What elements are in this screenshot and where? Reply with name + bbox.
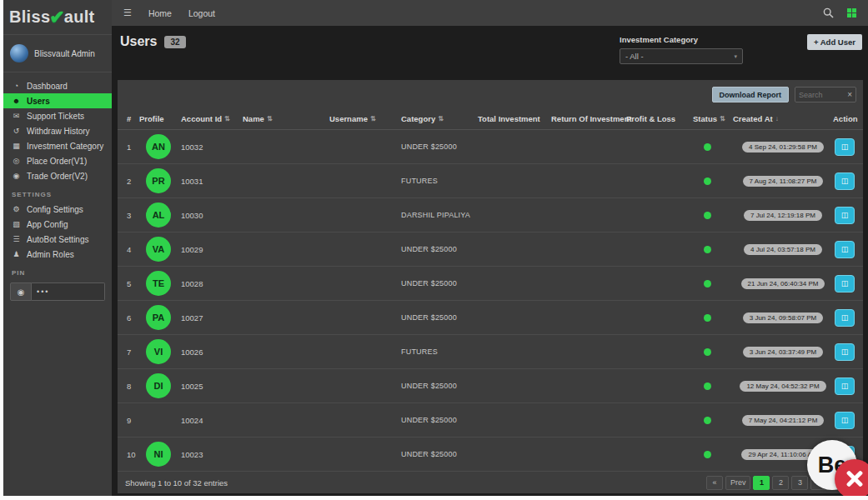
sort-icon: ⇅	[370, 115, 376, 122]
profile-cell: NI	[139, 442, 181, 467]
view-user-button[interactable]: ◫	[835, 275, 855, 292]
sidebar-item-autobot-settings[interactable]: ☰AutoBot Settings	[3, 232, 112, 247]
view-user-button[interactable]: ◫	[835, 138, 855, 156]
pagination-prev-button[interactable]: Prev	[725, 476, 751, 490]
user-avatar[interactable]: AN	[146, 134, 171, 159]
chevron-down-icon: ▾	[734, 53, 737, 60]
sidebar-item-users[interactable]: ☻Users	[3, 93, 112, 108]
col-header-category[interactable]: Category⇅	[401, 114, 478, 123]
user-avatar[interactable]: DI	[146, 373, 171, 398]
nav-home[interactable]: Home	[148, 8, 172, 18]
account-id-cell: 10032	[181, 142, 243, 152]
pagination-first-button[interactable]: «	[706, 476, 723, 490]
col-header-total-investment: Total Investment	[478, 114, 551, 123]
col-header-name[interactable]: Name⇅	[243, 114, 329, 123]
sidebar-item-config-settings[interactable]: ⚙Config Settings	[3, 202, 112, 217]
hamburger-menu-icon[interactable]: ☰	[123, 8, 132, 18]
pin-section-header: PIN	[3, 262, 112, 280]
user-avatar[interactable]: PR	[146, 168, 171, 193]
account-id-cell: 10024	[181, 416, 243, 425]
col-header-return-of-investment: Return Of Investment	[551, 114, 626, 123]
action-cell: ◫	[833, 207, 863, 224]
created-at-badge: 7 May 24, 04:21:12 PM	[742, 415, 825, 426]
pin-input[interactable]	[32, 282, 105, 301]
sidebar-item-place-order[interactable]: ◎Place Order(V1)	[3, 153, 112, 168]
view-user-button[interactable]: ◫	[835, 378, 855, 395]
row-index: 4	[118, 245, 139, 254]
table-row: 1 AN 10032 UNDER $25000 4 Sep 24, 01:29:…	[118, 130, 863, 164]
sidebar-item-app-config[interactable]: ▧App Config	[3, 217, 112, 232]
sidebar-item-support-tickets[interactable]: ✉Support Tickets	[3, 108, 112, 123]
user-avatar[interactable]: PA	[146, 305, 171, 330]
user-avatar[interactable]: VI	[146, 339, 171, 364]
sidebar-item-label: Admin Roles	[27, 250, 74, 259]
sidebar-item-label: Dashboard	[27, 82, 68, 91]
status-cell	[693, 212, 733, 219]
table-footer: Showing 1 to 10 of 32 entries « Prev 1 2…	[118, 472, 863, 493]
sidebar-item-dashboard[interactable]: ◔Dashboard	[3, 78, 112, 93]
sidebar-item-withdraw-history[interactable]: ↺Withdraw History	[3, 123, 112, 138]
nav-logout[interactable]: Logout	[188, 8, 215, 18]
status-active-dot	[704, 280, 711, 288]
place-order-icon: ◎	[12, 157, 21, 165]
clear-search-icon[interactable]: ×	[847, 90, 855, 99]
view-user-button[interactable]: ◫	[835, 172, 855, 190]
gear-icon: ⚙	[12, 205, 21, 213]
pagination-page-3[interactable]: 3	[791, 476, 808, 490]
created-at-cell: 7 Jul 24, 12:19:18 PM	[733, 210, 833, 221]
status-active-dot	[704, 382, 711, 390]
app-logo: Bliss✔ault	[3, 0, 112, 35]
user-avatar[interactable]: AL	[146, 202, 171, 228]
admin-name: Blissvault Admin	[34, 49, 95, 58]
user-avatar[interactable]: VA	[146, 237, 171, 262]
fullscreen-grid-icon[interactable]	[847, 8, 856, 18]
row-index: 2	[118, 177, 139, 186]
col-header-account-id[interactable]: Account Id⇅	[181, 114, 243, 123]
created-at-badge: 4 Sep 24, 01:29:58 PM	[742, 142, 824, 152]
view-details-icon: ◫	[841, 382, 849, 390]
screenshot-left-border	[0, 0, 3, 500]
profile-cell: VA	[139, 237, 181, 262]
download-report-button[interactable]: Download Report	[712, 87, 790, 102]
col-header-created-at[interactable]: Created At↓	[733, 114, 833, 123]
view-user-button[interactable]: ◫	[835, 207, 855, 224]
table-search-input[interactable]	[795, 91, 847, 99]
col-header-username[interactable]: Username⇅	[329, 114, 401, 123]
red-x-watermark	[835, 459, 868, 499]
account-id-cell: 10023	[181, 450, 243, 459]
sidebar-item-trade-order[interactable]: ◉Trade Order(V2)	[3, 168, 112, 183]
user-avatar[interactable]: TE	[146, 271, 171, 296]
sidebar-item-admin-roles[interactable]: ♟Admin Roles	[3, 247, 112, 262]
pagination-page-2[interactable]: 2	[772, 476, 789, 490]
col-header-status[interactable]: Status⇅	[693, 114, 733, 123]
sidebar-item-investment-category[interactable]: ▦Investment Category	[3, 138, 112, 153]
search-icon[interactable]	[823, 8, 834, 18]
investment-category-select[interactable]: - All - ▾	[620, 48, 743, 64]
table-row: 4 VA 10029 UNDER $25000 4 Jul 24, 03:57:…	[118, 232, 863, 267]
view-user-button[interactable]: ◫	[835, 241, 855, 258]
admin-profile[interactable]: Blissvault Admin	[3, 35, 112, 72]
eye-icon[interactable]: ◉	[10, 282, 32, 301]
view-user-button[interactable]: ◫	[835, 309, 855, 327]
row-index: 5	[118, 279, 139, 288]
pagination-page-1[interactable]: 1	[753, 476, 770, 490]
created-at-cell: 21 Jun 24, 06:40:34 PM	[733, 278, 833, 289]
account-id-cell: 10031	[181, 177, 243, 186]
sidebar: Bliss✔ault Blissvault Admin ◔Dashboard ☻…	[3, 0, 112, 496]
action-cell: ◫	[833, 412, 863, 429]
status-cell	[693, 451, 733, 458]
sort-icon: ⇅	[438, 115, 444, 122]
view-user-button[interactable]: ◫	[835, 412, 855, 429]
logo-text-ault: ault	[64, 8, 95, 27]
row-index: 1	[118, 142, 139, 152]
view-user-button[interactable]: ◫	[835, 343, 855, 361]
row-index: 3	[118, 211, 139, 220]
profile-cell: VI	[139, 339, 181, 364]
created-at-cell: 4 Sep 24, 01:29:58 PM	[733, 142, 833, 152]
col-header-index: #	[118, 114, 139, 123]
user-avatar[interactable]: NI	[146, 442, 171, 467]
add-user-button[interactable]: + Add User	[807, 34, 862, 50]
created-at-cell: 7 May 24, 04:21:12 PM	[733, 415, 833, 426]
action-cell: ◫	[833, 378, 863, 395]
view-details-icon: ◫	[841, 348, 849, 356]
